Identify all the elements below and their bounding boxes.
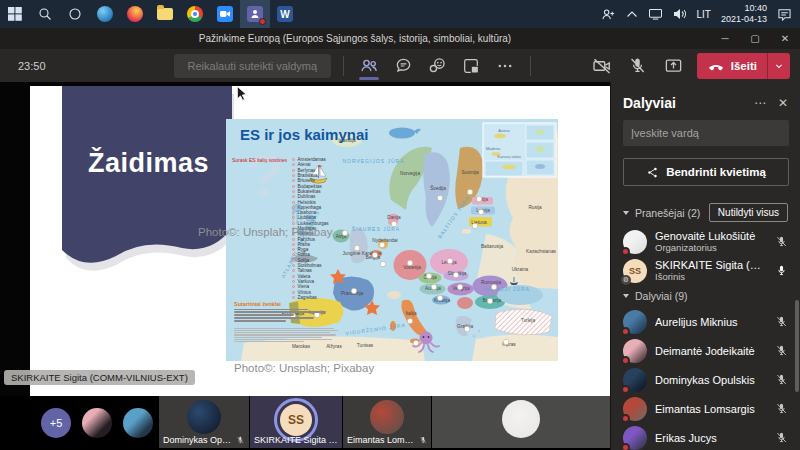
- map-country-label: Nyderlandai: [372, 238, 397, 243]
- mic-icon[interactable]: [775, 431, 788, 444]
- avatar: ⚙: [623, 368, 647, 392]
- cortana-button[interactable]: [60, 0, 90, 28]
- map-country-label: Kazachstanas: [526, 249, 556, 254]
- mic-icon[interactable]: [775, 344, 788, 357]
- language-indicator[interactable]: LIT: [697, 9, 711, 20]
- taskbar-chrome-button[interactable]: [180, 0, 210, 28]
- europe-map: IslandijaNorvegijaŠvedijaSuomijaEstijaLa…: [226, 119, 558, 361]
- tile-avatar: [370, 400, 404, 434]
- restore-button[interactable]: ▢: [740, 28, 770, 49]
- capital-dot: [380, 261, 386, 267]
- taskbar-search-button[interactable]: [30, 0, 60, 28]
- breakout-rooms-button[interactable]: [458, 53, 484, 79]
- zoom-icon: [217, 6, 233, 22]
- clock-time: 10:40: [721, 3, 767, 14]
- network-icon[interactable]: [648, 8, 663, 20]
- clock-date: 2021-04-13: [721, 14, 767, 25]
- mic-icon[interactable]: [775, 402, 788, 415]
- participant-mini-avatar[interactable]: [123, 408, 153, 438]
- mic-icon[interactable]: [775, 235, 788, 248]
- video-tile[interactable]: Dominykas Opulskis: [159, 396, 249, 448]
- participant-search-input[interactable]: [623, 120, 789, 146]
- reactions-button[interactable]: [424, 53, 450, 79]
- leave-button[interactable]: Išeiti: [697, 60, 767, 72]
- capital-dot: [342, 230, 348, 236]
- capital-dot: [457, 284, 463, 290]
- participants-toggle-button[interactable]: [356, 53, 382, 79]
- start-button[interactable]: [0, 0, 30, 28]
- windows-taskbar: W LIT 10:40 2021-04-13: [0, 0, 800, 28]
- capital-dot: [476, 196, 482, 202]
- presence-dot: [621, 247, 630, 256]
- share-invite-button[interactable]: Bendrinti kvietimą: [623, 158, 789, 186]
- presence-dot: [621, 327, 630, 336]
- participant-row[interactable]: ⚙ Eimantas Lomsargis: [611, 394, 800, 423]
- avatar: ⚙: [623, 426, 647, 450]
- participant-row[interactable]: ⚙ Deimantė Jodeikaitė: [611, 336, 800, 365]
- overflow-count-badge[interactable]: +5: [41, 408, 71, 438]
- request-control-button[interactable]: Reikalauti suteikti valdymą: [174, 54, 332, 78]
- map-inset-label: Madeira: [486, 146, 501, 151]
- panel-scrollbar[interactable]: [795, 300, 799, 392]
- attendees-section-header[interactable]: Dalyviai (9): [611, 285, 800, 307]
- participant-name: Dominykas Opulskis: [655, 374, 767, 386]
- clock[interactable]: 10:40 2021-04-13: [721, 3, 767, 26]
- panel-close-icon[interactable]: ✕: [778, 96, 788, 110]
- taskbar-word-button[interactable]: W: [270, 0, 300, 28]
- volume-icon[interactable]: [673, 8, 687, 20]
- map-country-label: Turkija: [521, 318, 535, 323]
- slide-title-text: Žaidimas: [88, 148, 209, 179]
- taskbar-edge-button[interactable]: [90, 0, 120, 28]
- action-center-icon[interactable]: [777, 8, 792, 21]
- camera-off-button[interactable]: [589, 53, 615, 79]
- participant-row[interactable]: ⚙ Erikas Jucys: [611, 423, 800, 450]
- video-tile[interactable]: Eimantas Lomsargis: [343, 396, 431, 448]
- share-screen-button[interactable]: [661, 53, 687, 79]
- avatar: ⚙: [623, 339, 647, 363]
- close-button[interactable]: ✕: [770, 28, 800, 49]
- map-country-label: Norvegija: [400, 171, 420, 176]
- tile-participant-name: SKIRKAITE Sigita (COMM-...: [254, 435, 338, 445]
- capital-dot: [407, 260, 413, 266]
- participant-row[interactable]: ⚙ Aurelijus Miknius: [611, 307, 800, 336]
- video-tile[interactable]: [432, 396, 610, 448]
- tile-participant-name: Eimantas Lomsargis: [347, 435, 416, 445]
- taskbar-teams-button[interactable]: [240, 0, 270, 28]
- mic-off-button[interactable]: [625, 53, 651, 79]
- mute-all-button[interactable]: Nutildyti visus: [709, 203, 788, 222]
- meeting-elapsed-time: 23:50: [18, 60, 46, 72]
- more-actions-button[interactable]: [492, 53, 518, 79]
- leave-options-button[interactable]: [768, 53, 790, 79]
- participant-row[interactable]: ⚙ Dominykas Opulskis: [611, 365, 800, 394]
- chevron-down-icon: [623, 294, 629, 298]
- capital-dot: [447, 258, 453, 264]
- mic-icon[interactable]: [775, 373, 788, 386]
- video-tile[interactable]: SS SKIRKAITE Sigita (COMM-...: [250, 396, 342, 448]
- participant-row[interactable]: SS ⚙ SKIRKAITE Sigita (COMM-VILNIUS-EXT)…: [611, 256, 800, 285]
- participant-row[interactable]: ⚙ Genovaitė Lukošiūtė Organizatorius: [611, 227, 800, 256]
- map-sea-label: JUODOJI JŪRA: [482, 286, 530, 292]
- participant-name: Aurelijus Miknius: [655, 316, 767, 328]
- chat-toggle-button[interactable]: [390, 53, 416, 79]
- mic-icon[interactable]: [775, 315, 788, 328]
- map-sea-label: ŠIAURĖS JŪRA: [352, 226, 400, 232]
- presenters-section-header[interactable]: Pranešėjai (2) Nutildyti visus: [611, 198, 800, 227]
- map-legend-title: Sutartiniai ženklai: [234, 301, 344, 307]
- capital-dot: [437, 295, 443, 301]
- people-tray-icon[interactable]: [601, 8, 616, 21]
- minimize-button[interactable]: ─: [710, 28, 740, 49]
- shared-slide: Žaidimas Photo©: Unsplah; Pixabay: [30, 86, 610, 396]
- panel-more-icon[interactable]: ⋯: [754, 96, 766, 110]
- chevron-up-icon[interactable]: [626, 10, 638, 18]
- capital-dot: [464, 326, 470, 332]
- capital-dot: [487, 298, 493, 304]
- participant-name: Deimantė Jodeikaitė: [655, 345, 767, 357]
- chrome-icon: [187, 6, 203, 22]
- participant-mini-avatar[interactable]: [82, 408, 112, 438]
- capital-dot: [391, 221, 397, 227]
- taskbar-zoom-button[interactable]: [210, 0, 240, 28]
- map-country-label: Tunisas: [357, 343, 374, 348]
- taskbar-firefox-button[interactable]: [120, 0, 150, 28]
- mic-on-icon[interactable]: [775, 264, 788, 277]
- taskbar-explorer-button[interactable]: [150, 0, 180, 28]
